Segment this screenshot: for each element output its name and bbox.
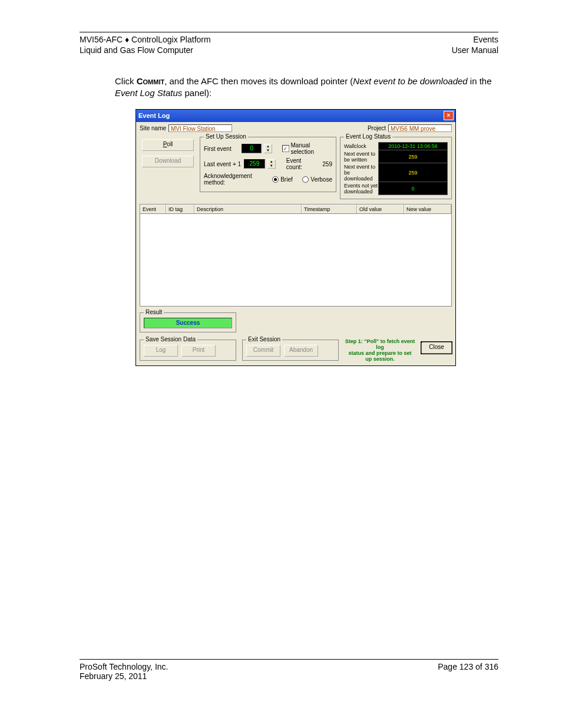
abandon-button: Abandon — [284, 345, 318, 357]
manual-selection-checkbox[interactable]: ✓ Manual selection — [282, 142, 332, 155]
project-label: Project — [368, 125, 386, 131]
exit-legend: Exit Session — [246, 336, 282, 342]
last-event-label: Last event + 1 — [204, 161, 242, 167]
ack-verbose-radio[interactable]: Verbose — [302, 176, 332, 183]
not-dl-label: Events not yet downloaded — [344, 182, 379, 195]
ack-method-label: Acknowledgement method: — [204, 173, 265, 186]
window-title: Event Log — [138, 112, 170, 119]
titlebar[interactable]: Event Log × — [136, 110, 455, 122]
close-button[interactable]: Close — [421, 342, 452, 354]
col-new-value[interactable]: New value — [404, 205, 451, 213]
exit-session-group: Exit Session Commit Abandon — [242, 340, 339, 361]
save-session-group: Save Session Data Log Print — [140, 340, 236, 361]
header-rule — [80, 32, 498, 32]
header-right-2: User Manual — [452, 45, 498, 56]
footer-page: Page 123 of 316 — [438, 662, 498, 681]
footer-date: February 25, 2011 — [80, 671, 168, 681]
event-log-status-group: Event Log Status Wallclock 2010-12-31 13… — [340, 137, 452, 199]
log-button: Log — [144, 345, 178, 357]
event-count-value: 259 — [322, 161, 332, 167]
setup-session-group: Set Up Session First event 0 ▲▼ ✓ Manual… — [200, 137, 336, 192]
event-log-dialog: Event Log × Site name MVI Flow Station P… — [135, 109, 456, 366]
last-event-spinner[interactable]: ▲▼ — [267, 159, 276, 169]
next-dl-label: Next event to be downloaded — [344, 163, 379, 182]
page-header: MVI56-AFC ♦ ControlLogix Platform Liquid… — [80, 35, 498, 55]
save-legend: Save Session Data — [144, 336, 197, 342]
header-left-1: MVI56-AFC ♦ ControlLogix Platform — [80, 35, 211, 45]
result-value: Success — [144, 318, 232, 328]
first-event-label: First event — [204, 146, 239, 152]
event-table-body[interactable] — [140, 214, 452, 307]
step-hint: Step 1: "Poll" to fetch event log status… — [345, 337, 415, 362]
checkbox-icon: ✓ — [282, 145, 289, 152]
print-button: Print — [181, 345, 216, 357]
wallclock-label: Wallclock — [344, 143, 379, 150]
result-group: Result Success — [140, 312, 236, 332]
project-field[interactable]: MVI56 MM prove — [388, 124, 452, 132]
footer-company: ProSoft Technology, Inc. — [80, 662, 168, 671]
event-table-header: Event ID tag Description Timestamp Old v… — [140, 204, 452, 214]
ack-brief-radio[interactable]: Brief — [272, 176, 293, 183]
col-id-tag[interactable]: ID tag — [166, 205, 194, 213]
header-right-1: Events — [452, 35, 498, 45]
commit-button: Commit — [246, 345, 280, 357]
event-count-label: Event count: — [286, 157, 319, 170]
poll-button[interactable]: PPolloll — [142, 139, 194, 151]
download-button: Download — [142, 156, 194, 167]
col-event[interactable]: Event — [140, 205, 166, 213]
col-old-value[interactable]: Old value — [357, 205, 404, 213]
wallclock-value: 2010-12-31 13:06:56 — [379, 143, 448, 150]
body-paragraph: Click Commit, and the AFC then moves its… — [115, 75, 498, 98]
last-event-value[interactable]: 259 — [244, 159, 265, 169]
first-event-value[interactable]: 0 — [242, 144, 262, 153]
setup-legend: Set Up Session — [204, 133, 248, 140]
next-write-value: 259 — [379, 150, 448, 163]
close-icon[interactable]: × — [444, 111, 454, 120]
page-footer: ProSoft Technology, Inc. February 25, 20… — [80, 659, 498, 681]
col-timestamp[interactable]: Timestamp — [302, 205, 357, 213]
site-name-field[interactable]: MVI Flow Station — [168, 124, 232, 132]
col-description[interactable]: Description — [194, 205, 302, 213]
not-dl-value: 0 — [379, 182, 448, 195]
site-name-label: Site name — [140, 125, 166, 131]
status-legend: Event Log Status — [344, 133, 392, 140]
next-dl-value: 259 — [379, 163, 448, 182]
result-legend: Result — [144, 309, 164, 315]
next-write-label: Next event to be written — [344, 150, 379, 163]
header-left-2: Liquid and Gas Flow Computer — [80, 45, 211, 56]
first-event-spinner[interactable]: ▲▼ — [264, 144, 272, 153]
